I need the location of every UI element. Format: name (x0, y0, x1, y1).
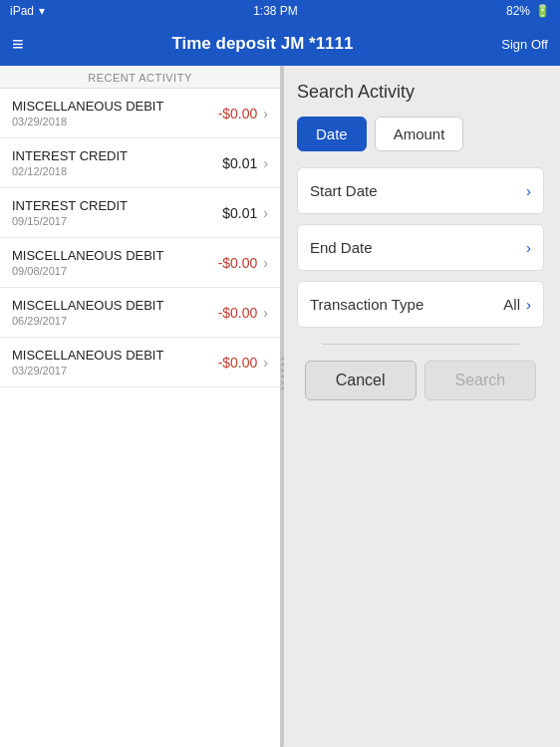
activity-amount-section: -$0.00 › (218, 106, 268, 122)
activity-date: 06/29/2017 (12, 315, 218, 327)
activity-name: MISCELLANEOUS DEBIT (12, 298, 218, 313)
right-panel: Search Activity DateAmount Start Date › … (281, 66, 560, 747)
action-row: CancelSearch (297, 361, 544, 400)
drag-dot (281, 364, 284, 367)
battery-icon: 🔋 (535, 4, 550, 18)
activity-name: INTEREST CREDIT (12, 148, 222, 163)
activity-name: MISCELLANEOUS DEBIT (12, 348, 218, 363)
activity-amount-section: $0.01 › (222, 205, 268, 221)
activity-item[interactable]: MISCELLANEOUS DEBIT 03/29/2018 -$0.00 › (0, 89, 280, 138)
activity-item[interactable]: MISCELLANEOUS DEBIT 06/29/2017 -$0.00 › (0, 288, 280, 338)
activity-name: MISCELLANEOUS DEBIT (12, 248, 218, 263)
activity-info: INTEREST CREDIT 02/12/2018 (12, 148, 222, 177)
activity-item[interactable]: MISCELLANEOUS DEBIT 03/29/2017 -$0.00 › (0, 338, 280, 387)
activity-amount-section: -$0.00 › (218, 355, 268, 371)
activity-item[interactable]: INTEREST CREDIT 02/12/2018 $0.01 › (0, 138, 280, 188)
drag-handle[interactable] (280, 66, 284, 747)
signoff-button[interactable]: Sign Off (501, 37, 548, 52)
activity-amount: -$0.00 (218, 305, 258, 321)
search-field-end-date[interactable]: End Date › (297, 224, 544, 271)
field-chevron-icon: › (526, 296, 531, 313)
activity-info: INTEREST CREDIT 09/15/2017 (12, 198, 222, 227)
activity-name: MISCELLANEOUS DEBIT (12, 99, 218, 114)
chevron-right-icon: › (263, 155, 268, 171)
activity-amount-section: -$0.00 › (218, 255, 268, 271)
chevron-right-icon: › (263, 305, 268, 321)
field-label: End Date (310, 239, 373, 256)
activity-date: 09/08/2017 (12, 265, 218, 277)
menu-icon[interactable]: ≡ (12, 33, 24, 56)
divider (322, 344, 519, 345)
activity-amount: -$0.00 (218, 355, 258, 371)
field-value-text: All (503, 296, 520, 313)
toggle-row: DateAmount (297, 117, 544, 151)
activity-item[interactable]: INTEREST CREDIT 09/15/2017 $0.01 › (0, 188, 280, 238)
toggle-btn-amount[interactable]: Amount (375, 117, 464, 151)
field-chevron-icon: › (526, 182, 531, 199)
drag-dot (281, 370, 284, 373)
activity-amount: -$0.00 (218, 106, 258, 122)
search-activity-title: Search Activity (297, 82, 544, 103)
chevron-right-icon: › (263, 205, 268, 221)
activity-date: 03/29/2017 (12, 365, 218, 376)
activity-date: 03/29/2018 (12, 116, 218, 127)
activity-item[interactable]: MISCELLANEOUS DEBIT 09/08/2017 -$0.00 › (0, 238, 280, 288)
page-title: Time deposit JM *1111 (171, 34, 353, 54)
left-panel: RECENT ACTIVITY MISCELLANEOUS DEBIT 03/2… (0, 66, 281, 747)
recent-activity-label: RECENT ACTIVITY (0, 66, 280, 89)
status-bar: iPad ▾ 1:38 PM 82% 🔋 (0, 0, 560, 22)
wifi-icon: ▾ (39, 4, 45, 18)
drag-dot (281, 358, 284, 361)
status-time: 1:38 PM (253, 4, 298, 18)
activity-info: MISCELLANEOUS DEBIT 03/29/2018 (12, 99, 218, 127)
activity-info: MISCELLANEOUS DEBIT 03/29/2017 (12, 348, 218, 376)
status-right: 82% 🔋 (506, 4, 550, 18)
drag-dot (281, 387, 284, 390)
app-header: ≡ Time deposit JM *1111 Sign Off (0, 22, 560, 66)
chevron-right-icon: › (263, 106, 268, 122)
activity-name: INTEREST CREDIT (12, 198, 222, 213)
status-left: iPad ▾ (10, 4, 45, 18)
field-value: › (526, 182, 531, 199)
search-field-transaction-type[interactable]: Transaction Type All › (297, 281, 544, 328)
search-fields: Start Date › End Date › Transaction Type… (297, 167, 544, 328)
main-layout: RECENT ACTIVITY MISCELLANEOUS DEBIT 03/2… (0, 66, 560, 747)
activity-info: MISCELLANEOUS DEBIT 09/08/2017 (12, 248, 218, 277)
activity-amount: $0.01 (222, 205, 257, 221)
chevron-right-icon: › (263, 355, 268, 371)
activity-amount-section: $0.01 › (222, 155, 268, 171)
drag-dots (280, 358, 284, 390)
search-field-start-date[interactable]: Start Date › (297, 167, 544, 214)
field-label: Start Date (310, 182, 378, 199)
chevron-right-icon: › (263, 255, 268, 271)
field-value: › (526, 239, 531, 256)
activity-list: MISCELLANEOUS DEBIT 03/29/2018 -$0.00 › … (0, 89, 280, 387)
toggle-btn-date[interactable]: Date (297, 117, 367, 151)
activity-amount: $0.01 (222, 155, 257, 171)
drag-dot (281, 375, 284, 378)
activity-date: 02/12/2018 (12, 165, 222, 177)
activity-amount-section: -$0.00 › (218, 305, 268, 321)
drag-dot (281, 381, 284, 384)
field-chevron-icon: › (526, 239, 531, 256)
activity-date: 09/15/2017 (12, 215, 222, 227)
cancel-button[interactable]: Cancel (305, 361, 417, 400)
activity-info: MISCELLANEOUS DEBIT 06/29/2017 (12, 298, 218, 327)
activity-amount: -$0.00 (218, 255, 258, 271)
field-value: All › (503, 296, 531, 313)
search-button[interactable]: Search (424, 361, 537, 400)
field-label: Transaction Type (310, 296, 423, 313)
battery-label: 82% (506, 4, 530, 18)
device-label: iPad (10, 4, 34, 18)
